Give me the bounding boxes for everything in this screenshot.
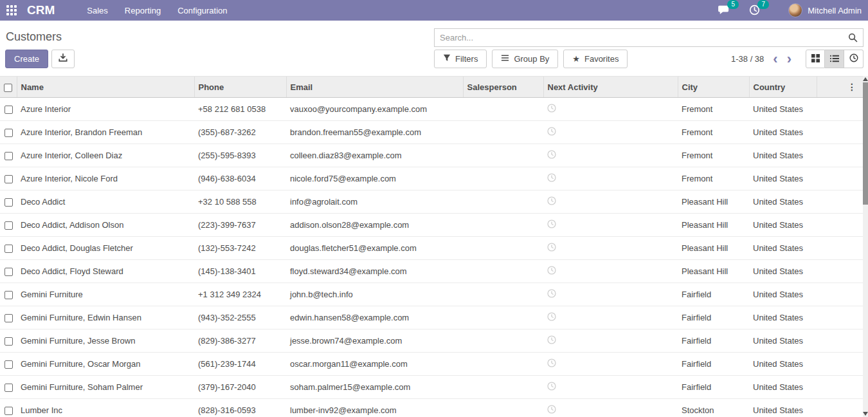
column-header-salesperson[interactable]: Salesperson — [463, 77, 543, 98]
column-header-country[interactable]: Country — [749, 77, 817, 98]
column-header-next-activity[interactable]: Next Activity — [543, 77, 678, 98]
next-activity-clock-icon[interactable] — [547, 266, 556, 277]
column-header-email[interactable]: Email — [286, 77, 463, 98]
row-checkbox[interactable] — [5, 245, 13, 253]
list-view-button[interactable] — [825, 50, 844, 68]
search-icon[interactable] — [848, 33, 858, 42]
table-row[interactable]: Azure Interior, Brandon Freeman (355)-68… — [0, 121, 863, 144]
scroll-down-icon[interactable] — [863, 412, 868, 416]
next-activity-clock-icon[interactable] — [547, 335, 556, 346]
cell-city: Fremont — [678, 98, 749, 121]
cell-country: United States — [749, 237, 817, 260]
table-row[interactable]: Deco Addict +32 10 588 558 info@agrolait… — [0, 190, 863, 214]
cell-name: Gemini Furniture, Jesse Brown — [17, 329, 194, 353]
scroll-up-icon[interactable] — [863, 77, 868, 81]
table-row[interactable]: Gemini Furniture, Soham Palmer (379)-167… — [0, 376, 863, 399]
row-checkbox[interactable] — [5, 152, 13, 160]
create-button[interactable]: Create — [5, 50, 48, 68]
filters-button[interactable]: Filters — [434, 50, 487, 68]
cell-email: info@agrolait.com — [286, 190, 463, 214]
row-checkbox[interactable] — [5, 314, 13, 322]
next-activity-clock-icon[interactable] — [547, 405, 556, 416]
next-activity-clock-icon[interactable] — [547, 150, 556, 161]
kanban-view-button[interactable] — [806, 50, 825, 68]
filters-label: Filters — [455, 54, 478, 64]
cell-email: nicole.ford75@example.com — [286, 167, 463, 190]
next-activity-clock-icon[interactable] — [547, 358, 556, 369]
menu-reporting[interactable]: Reporting — [125, 6, 161, 15]
activities-button[interactable]: 7 — [749, 5, 760, 16]
table-row[interactable]: Deco Addict, Floyd Steward (145)-138-340… — [0, 260, 863, 283]
scrollbar-thumb[interactable] — [863, 82, 868, 205]
cell-filler — [817, 190, 863, 214]
cell-next-activity — [543, 306, 678, 329]
cell-select — [0, 399, 17, 417]
select-all-checkbox[interactable] — [4, 84, 12, 92]
table-row[interactable]: Gemini Furniture, Edwin Hansen (943)-352… — [0, 306, 863, 329]
cell-filler — [817, 260, 863, 283]
cell-next-activity — [543, 214, 678, 237]
top-navbar: CRM Sales Reporting Configuration 5 7 Mi… — [0, 0, 868, 21]
group-by-button[interactable]: Group By — [492, 50, 558, 68]
row-checkbox[interactable] — [5, 175, 13, 183]
next-activity-clock-icon[interactable] — [547, 312, 556, 323]
cell-country: United States — [749, 306, 817, 329]
table-row[interactable]: Azure Interior, Nicole Ford (946)-638-60… — [0, 167, 863, 190]
favorites-button[interactable]: ★ Favorites — [563, 50, 628, 68]
apps-grid-icon[interactable] — [6, 5, 17, 15]
pager-value[interactable]: 1-38 / 38 — [731, 54, 764, 64]
cell-filler — [817, 329, 863, 353]
cell-name: Gemini Furniture, Oscar Morgan — [17, 353, 194, 376]
table-row[interactable]: Deco Addict, Douglas Fletcher (132)-553-… — [0, 237, 863, 260]
cell-city: Pleasant Hill — [678, 214, 749, 237]
row-checkbox[interactable] — [5, 337, 13, 346]
row-checkbox[interactable] — [5, 360, 13, 369]
row-checkbox[interactable] — [5, 198, 13, 207]
cell-salesperson — [463, 399, 543, 417]
row-checkbox[interactable] — [5, 221, 13, 230]
cell-select — [0, 214, 17, 237]
cell-filler — [817, 121, 863, 144]
row-checkbox[interactable] — [5, 129, 13, 137]
row-checkbox[interactable] — [5, 384, 13, 392]
row-checkbox[interactable] — [5, 268, 13, 276]
next-activity-clock-icon[interactable] — [547, 243, 556, 254]
cell-salesperson — [463, 98, 543, 121]
user-menu[interactable]: Mitchell Admin — [788, 3, 862, 17]
table-row[interactable]: Gemini Furniture, Jesse Brown (829)-386-… — [0, 329, 863, 353]
table-row[interactable]: Gemini Furniture, Oscar Morgan (561)-239… — [0, 353, 863, 376]
next-activity-clock-icon[interactable] — [547, 196, 556, 207]
table-row[interactable]: Azure Interior, Colleen Diaz (255)-595-8… — [0, 144, 863, 167]
search-input[interactable] — [435, 33, 848, 42]
column-header-name[interactable]: Name — [17, 77, 194, 98]
cell-country: United States — [749, 167, 817, 190]
row-checkbox[interactable] — [5, 106, 13, 114]
row-checkbox[interactable] — [5, 407, 13, 415]
cell-city: Fairfield — [678, 329, 749, 353]
optional-columns-icon[interactable]: ⋮ — [845, 82, 859, 92]
next-activity-clock-icon[interactable] — [547, 173, 556, 184]
table-row[interactable]: Gemini Furniture +1 312 349 2324 john.b@… — [0, 283, 863, 306]
activity-view-button[interactable] — [844, 50, 863, 68]
app-name[interactable]: CRM — [27, 3, 55, 17]
next-activity-clock-icon[interactable] — [547, 219, 556, 230]
messages-badge: 5 — [727, 0, 739, 9]
export-button[interactable] — [51, 50, 75, 68]
vertical-scrollbar[interactable] — [863, 76, 868, 417]
row-checkbox[interactable] — [5, 291, 13, 299]
next-activity-clock-icon[interactable] — [547, 289, 556, 300]
column-header-phone[interactable]: Phone — [194, 77, 286, 98]
menu-configuration[interactable]: Configuration — [177, 6, 227, 15]
messages-button[interactable]: 5 — [718, 5, 730, 16]
left-actions: Create — [5, 50, 75, 68]
table-row[interactable]: Deco Addict, Addison Olson (223)-399-763… — [0, 214, 863, 237]
next-activity-clock-icon[interactable] — [547, 104, 556, 115]
menu-sales[interactable]: Sales — [87, 6, 108, 15]
pager-previous-icon[interactable]: ‹ — [773, 52, 777, 66]
pager-next-icon[interactable]: › — [787, 52, 791, 66]
table-row[interactable]: Azure Interior +58 212 681 0538 vauxoo@y… — [0, 98, 863, 121]
next-activity-clock-icon[interactable] — [547, 127, 556, 138]
next-activity-clock-icon[interactable] — [547, 382, 556, 393]
column-header-city[interactable]: City — [678, 77, 749, 98]
table-row[interactable]: Lumber Inc (828)-316-0593 lumber-inv92@e… — [0, 399, 863, 417]
